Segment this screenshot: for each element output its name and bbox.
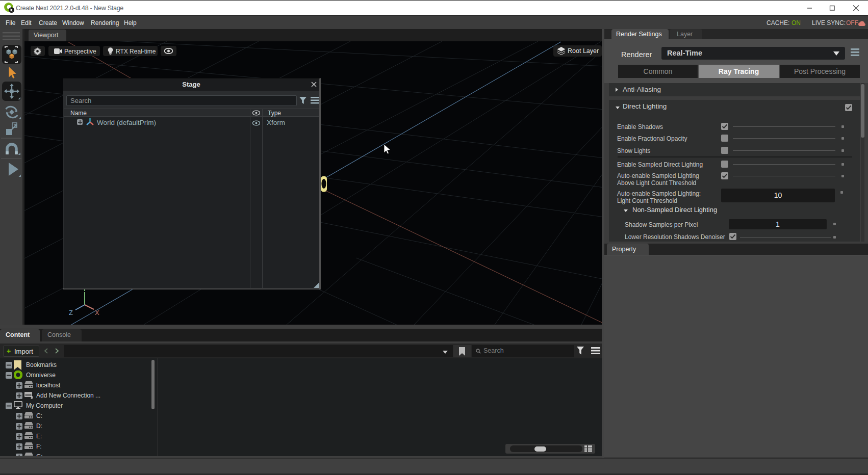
svg-text:Z: Z (69, 309, 73, 316)
svg-text:X: X (95, 309, 99, 316)
